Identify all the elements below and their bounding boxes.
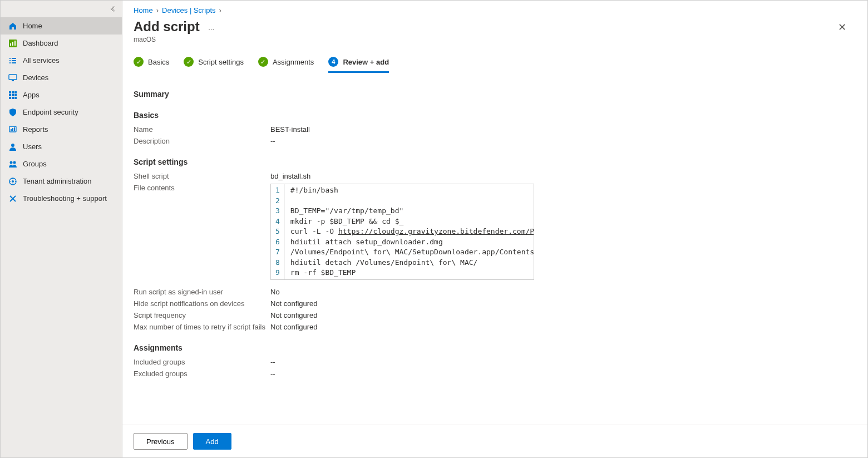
svg-rect-3 xyxy=(14,41,16,46)
sidebar-item-troubleshooting-support[interactable]: Troubleshooting + support xyxy=(1,190,122,207)
svg-rect-1 xyxy=(10,43,11,46)
check-icon: ✓ xyxy=(184,57,194,67)
sidebar-item-label: Endpoint security xyxy=(23,108,78,116)
retry-label: Max number of times to retry if script f… xyxy=(134,323,270,331)
sidebar-item-groups[interactable]: Groups xyxy=(1,155,122,173)
description-label: Description xyxy=(134,137,270,145)
breadcrumb-home[interactable]: Home xyxy=(134,6,153,14)
dashboard-icon xyxy=(8,39,17,48)
svg-point-21 xyxy=(13,161,16,164)
sidebar-item-reports[interactable]: Reports xyxy=(1,121,122,138)
page-title: Add script xyxy=(134,19,200,35)
breadcrumb-devices-scripts[interactable]: Devices | Scripts xyxy=(162,6,216,14)
frequency-value: Not configured xyxy=(270,311,318,319)
tab-review-add[interactable]: 4 Review + add xyxy=(328,57,389,73)
svg-rect-12 xyxy=(9,97,11,99)
sidebar-item-endpoint-security[interactable]: Endpoint security xyxy=(1,104,122,121)
hide-notifications-label: Hide script notifications on devices xyxy=(134,299,270,308)
sidebar-item-tenant-administration[interactable]: Tenant administration xyxy=(1,173,122,190)
svg-rect-9 xyxy=(9,94,11,96)
sidebar-item-label: All services xyxy=(23,56,60,65)
svg-rect-14 xyxy=(14,97,17,99)
home-icon xyxy=(8,22,17,31)
close-button[interactable]: ✕ xyxy=(834,19,851,36)
sidebar-item-label: Users xyxy=(23,142,42,151)
svg-rect-10 xyxy=(12,94,14,96)
sidebar-item-label: Troubleshooting + support xyxy=(23,194,107,203)
run-as-value: No xyxy=(270,288,280,296)
tab-basics[interactable]: ✓ Basics xyxy=(134,57,169,73)
check-icon: ✓ xyxy=(258,57,268,67)
shield-icon xyxy=(8,108,17,117)
sidebar-item-label: Dashboard xyxy=(23,39,58,47)
sidebar-item-label: Home xyxy=(23,22,42,30)
svg-rect-16 xyxy=(11,129,12,131)
svg-point-20 xyxy=(10,161,13,164)
name-label: Name xyxy=(134,125,270,134)
tab-label: Script settings xyxy=(198,58,244,66)
svg-rect-2 xyxy=(12,42,13,46)
sidebar-item-label: Tenant administration xyxy=(23,177,92,185)
svg-rect-18 xyxy=(14,127,15,131)
code-body: #!/bin/bash BD_TEMP="/var/tmp/temp_bd" m… xyxy=(285,184,534,279)
content-scroll[interactable]: Summary Basics Name BEST-install Descrip… xyxy=(122,73,867,425)
svg-rect-13 xyxy=(12,97,14,99)
breadcrumb-sep: › xyxy=(219,6,221,14)
wizard-tabs: ✓ Basics ✓ Script settings ✓ Assignments… xyxy=(122,47,867,73)
hide-notifications-value: Not configured xyxy=(270,299,318,308)
excluded-groups-label: Excluded groups xyxy=(134,370,270,378)
frequency-label: Script frequency xyxy=(134,311,270,319)
tab-label: Assignments xyxy=(273,58,314,66)
sidebar-item-users[interactable]: Users xyxy=(1,138,122,155)
sidebar-item-label: Groups xyxy=(23,160,47,168)
shell-script-value: bd_install.sh xyxy=(270,172,310,180)
svg-rect-11 xyxy=(14,94,17,96)
shell-script-label: Shell script xyxy=(134,172,270,180)
breadcrumb-sep: › xyxy=(156,6,159,14)
sidebar-item-label: Reports xyxy=(23,125,48,134)
code-gutter: 123456789 xyxy=(271,184,285,279)
tab-script-settings[interactable]: ✓ Script settings xyxy=(184,57,244,73)
main-panel: Home › Devices | Scripts › Add script ··… xyxy=(122,1,867,457)
breadcrumb: Home › Devices | Scripts › xyxy=(122,1,867,18)
tools-icon xyxy=(8,194,17,203)
tab-assignments[interactable]: ✓ Assignments xyxy=(258,57,314,73)
step-number-icon: 4 xyxy=(328,57,338,67)
sidebar: HomeDashboardAll servicesDevicesAppsEndp… xyxy=(1,1,122,457)
page-subtitle: macOS xyxy=(134,36,834,43)
monitor-icon xyxy=(8,73,17,82)
svg-rect-7 xyxy=(12,91,14,93)
assignments-heading: Assignments xyxy=(134,343,856,352)
tab-label: Basics xyxy=(148,58,169,66)
name-value: BEST-install xyxy=(270,125,310,134)
summary-heading: Summary xyxy=(134,90,856,99)
sidebar-item-label: Apps xyxy=(23,91,40,99)
grid-icon xyxy=(8,91,17,100)
svg-rect-17 xyxy=(12,128,13,131)
description-value: -- xyxy=(270,137,275,145)
admin-icon xyxy=(8,177,17,186)
file-contents-label: File contents xyxy=(134,184,270,192)
svg-rect-8 xyxy=(14,91,17,93)
group-icon xyxy=(8,160,17,169)
sidebar-item-all-services[interactable]: All services xyxy=(1,52,122,69)
previous-button[interactable]: Previous xyxy=(134,433,188,450)
sidebar-item-apps[interactable]: Apps xyxy=(1,86,122,104)
included-groups-label: Included groups xyxy=(134,358,270,366)
sidebar-item-dashboard[interactable]: Dashboard xyxy=(1,35,122,52)
footer: Previous Add xyxy=(122,425,867,457)
sidebar-item-home[interactable]: Home xyxy=(1,17,122,35)
run-as-label: Run script as signed-in user xyxy=(134,288,270,296)
add-button[interactable]: Add xyxy=(193,433,231,450)
user-icon xyxy=(8,142,17,151)
reports-icon xyxy=(8,125,17,134)
svg-rect-4 xyxy=(9,75,17,80)
sidebar-item-label: Devices xyxy=(23,73,48,82)
more-menu-button[interactable]: ··· xyxy=(208,24,214,33)
sidebar-collapse-button[interactable] xyxy=(107,4,117,14)
svg-rect-5 xyxy=(12,80,14,81)
sidebar-item-devices[interactable]: Devices xyxy=(1,69,122,86)
script-settings-heading: Script settings xyxy=(134,157,856,166)
excluded-groups-value: -- xyxy=(270,370,275,378)
check-icon: ✓ xyxy=(134,57,144,67)
